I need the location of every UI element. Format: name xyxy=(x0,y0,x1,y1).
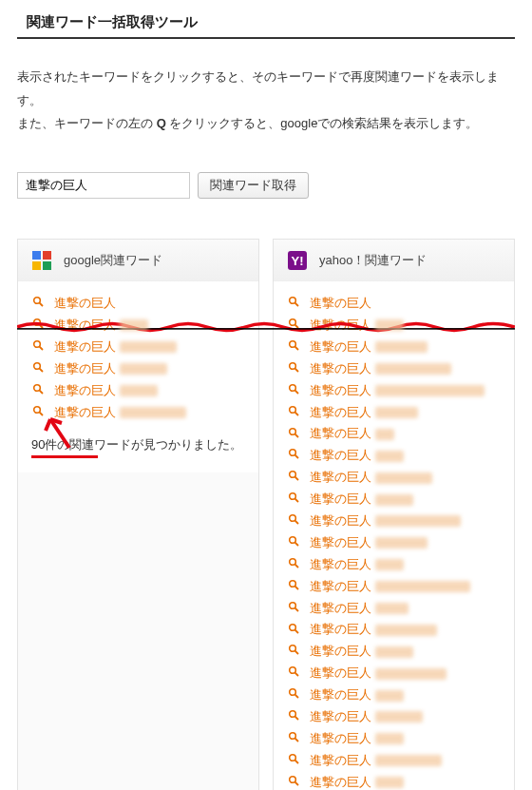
keyword-link[interactable]: 進撃の巨人 xyxy=(310,601,371,617)
keyword-link[interactable]: 進撃の巨人 xyxy=(310,426,371,442)
keyword-row: 進撃の巨人 xyxy=(31,315,245,337)
keyword-link[interactable]: 進撃の巨人 xyxy=(54,296,116,312)
keyword-link[interactable]: 進撃の巨人 xyxy=(54,405,116,421)
svg-point-56 xyxy=(290,711,296,718)
search-icon[interactable] xyxy=(287,557,300,573)
keyword-row: 進撃の巨人 xyxy=(287,489,501,511)
search-icon[interactable] xyxy=(287,491,300,508)
google-panel-body: 進撃の巨人進撃の巨人進撃の巨人進撃の巨人進撃の巨人進撃の巨人90件の関連ワードが… xyxy=(18,281,258,472)
search-icon[interactable] xyxy=(31,318,45,334)
svg-point-52 xyxy=(290,667,296,674)
search-icon[interactable] xyxy=(31,339,45,356)
keyword-link[interactable]: 進撃の巨人 xyxy=(310,687,371,703)
keyword-link[interactable]: 進撃の巨人 xyxy=(310,535,371,551)
search-icon[interactable] xyxy=(287,318,300,334)
search-icon[interactable] xyxy=(287,296,300,312)
svg-line-39 xyxy=(295,521,298,524)
search-button[interactable]: 関連ワード取得 xyxy=(198,172,309,199)
keyword-link[interactable]: 進撃の巨人 xyxy=(310,665,371,682)
keyword-link[interactable]: 進撃の巨人 xyxy=(310,753,371,769)
blurred-suffix xyxy=(375,385,484,396)
svg-point-30 xyxy=(290,428,296,434)
result-count-label: 90件の関連ワードが見つかりました。 xyxy=(31,436,242,455)
search-icon[interactable] xyxy=(287,513,300,530)
keyword-link[interactable]: 進撃の巨人 xyxy=(54,339,116,356)
svg-line-47 xyxy=(295,607,298,610)
keyword-link[interactable]: 進撃の巨人 xyxy=(310,775,371,790)
keyword-link[interactable]: 進撃の巨人 xyxy=(310,622,371,638)
svg-line-51 xyxy=(295,651,298,654)
desc-line2-suffix: をクリックすると、googleでの検索結果を表示します。 xyxy=(166,116,479,130)
keyword-link[interactable]: 進撃の巨人 xyxy=(310,470,371,486)
search-icon[interactable] xyxy=(287,448,300,464)
desc-line1: 表示されたキーワードをクリックすると、そのキーワードで再度関連ワードを表示します… xyxy=(17,69,499,107)
keyword-row: 進撃の巨人 xyxy=(31,402,245,424)
search-icon[interactable] xyxy=(287,535,300,551)
search-icon[interactable] xyxy=(287,427,300,443)
keyword-link[interactable]: 進撃の巨人 xyxy=(54,361,116,377)
search-icon[interactable] xyxy=(287,687,300,703)
search-icon[interactable] xyxy=(287,753,300,769)
search-icon[interactable] xyxy=(287,623,300,639)
blurred-suffix xyxy=(375,581,470,592)
search-icon[interactable] xyxy=(287,709,300,725)
blurred-suffix xyxy=(375,319,404,331)
search-icon[interactable] xyxy=(287,665,300,682)
search-icon[interactable] xyxy=(287,383,300,399)
svg-line-27 xyxy=(295,390,298,393)
svg-line-29 xyxy=(295,412,298,414)
svg-line-57 xyxy=(295,717,298,720)
keyword-row: 進撃の巨人 xyxy=(287,445,501,467)
keyword-link[interactable]: 進撃の巨人 xyxy=(54,318,116,334)
search-icon[interactable] xyxy=(31,361,45,377)
keyword-link[interactable]: 進撃の巨人 xyxy=(310,513,371,530)
keyword-link[interactable]: 進撃の巨人 xyxy=(310,644,371,660)
svg-point-60 xyxy=(290,755,296,761)
search-icon[interactable] xyxy=(287,601,300,617)
keyword-link[interactable]: 進撃の巨人 xyxy=(310,491,371,508)
search-icon[interactable] xyxy=(287,731,300,747)
keyword-input[interactable] xyxy=(17,172,190,199)
search-icon[interactable] xyxy=(287,579,300,595)
keyword-link[interactable]: 進撃の巨人 xyxy=(310,557,371,573)
svg-line-53 xyxy=(295,673,298,676)
search-icon[interactable] xyxy=(31,383,45,399)
yahoo-panel-body: 進撃の巨人進撃の巨人進撃の巨人進撃の巨人進撃の巨人進撃の巨人進撃の巨人進撃の巨人… xyxy=(274,281,514,790)
keyword-link[interactable]: 進撃の巨人 xyxy=(310,448,371,464)
keyword-link[interactable]: 進撃の巨人 xyxy=(310,731,371,747)
blurred-suffix xyxy=(375,625,437,636)
blurred-suffix xyxy=(375,777,404,788)
svg-point-54 xyxy=(290,689,296,696)
svg-rect-2 xyxy=(32,261,41,270)
search-icon[interactable] xyxy=(287,470,300,486)
google-panel: google関連ワード 進撃の巨人進撃の巨人進撃の巨人進撃の巨人進撃の巨人進撃の… xyxy=(17,239,259,790)
search-icon[interactable] xyxy=(287,405,300,421)
blurred-suffix xyxy=(120,319,148,331)
keyword-row: 進撃の巨人 xyxy=(287,423,501,445)
result-count: 90件の関連ワードが見つかりました。 xyxy=(31,436,245,455)
keyword-link[interactable]: 進撃の巨人 xyxy=(54,383,116,399)
keyword-link[interactable]: 進撃の巨人 xyxy=(310,318,371,334)
blurred-suffix xyxy=(375,363,451,375)
svg-point-62 xyxy=(290,776,296,782)
keyword-link[interactable]: 進撃の巨人 xyxy=(310,383,371,399)
keyword-link[interactable]: 進撃の巨人 xyxy=(310,296,371,312)
svg-point-58 xyxy=(290,733,296,740)
svg-point-38 xyxy=(290,515,296,522)
keyword-link[interactable]: 進撃の巨人 xyxy=(310,709,371,725)
search-icon[interactable] xyxy=(287,644,300,660)
blurred-suffix xyxy=(375,472,432,484)
svg-point-24 xyxy=(290,363,296,370)
keyword-row: 進撃の巨人 xyxy=(31,293,245,315)
search-icon[interactable] xyxy=(287,775,300,790)
keyword-row: 進撃の巨人 xyxy=(287,532,501,554)
search-icon[interactable] xyxy=(287,361,300,377)
keyword-link[interactable]: 進撃の巨人 xyxy=(310,361,371,377)
search-icon[interactable] xyxy=(287,339,300,356)
keyword-link[interactable]: 進撃の巨人 xyxy=(310,339,371,356)
search-icon[interactable] xyxy=(31,405,45,421)
keyword-link[interactable]: 進撃の巨人 xyxy=(310,579,371,595)
search-icon[interactable] xyxy=(31,296,45,312)
keyword-link[interactable]: 進撃の巨人 xyxy=(310,405,371,421)
blurred-suffix xyxy=(120,385,158,396)
